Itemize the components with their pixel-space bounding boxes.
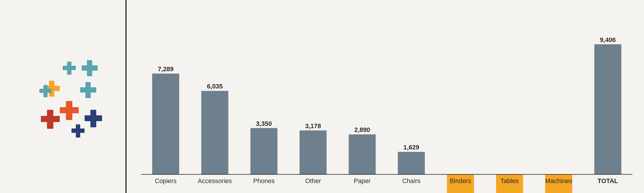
bar-other [300,131,327,175]
bar-label-paper: Paper [354,177,371,185]
logo-cross-c5 [39,85,52,97]
bar-value-copiers: 7,289 [158,65,174,73]
logo [22,56,104,138]
bar-value-other: 3,178 [305,122,321,130]
bar-value-accessories: 6,035 [207,83,223,90]
bar-label-binders: Binders [450,177,471,185]
bar-label-other: Other [305,177,321,185]
bar-paper [349,134,376,174]
chart-panel: 7,289Copiers6,035Accessories3,350Phones3… [127,0,644,193]
bar-value-paper: 2,890 [354,126,370,133]
bar-label-total: TOTAL [598,177,618,185]
bar-total [594,44,622,175]
bar-label-accessories: Accessories [198,177,232,185]
bar-label-phones: Phones [253,177,275,185]
bar-label-machines: Machines [545,177,572,185]
bar-chairs [398,152,425,174]
logo-cross-c9 [71,124,85,138]
logo-cross-c6 [60,101,79,120]
bar-value-phones: 3,350 [256,120,272,127]
bar-label-tables: Tables [501,177,519,185]
bar-label-chairs: Chairs [402,177,421,185]
bar-value-chairs: 1,629 [403,144,419,151]
chart-area: 7,289Copiers6,035Accessories3,350Phones3… [138,6,635,175]
logo-cross-c2 [82,60,98,76]
bar-copiers [152,74,179,174]
bar-phones [251,128,278,175]
bar-accessories [201,91,228,174]
left-panel [0,0,125,193]
logo-cross-c1 [63,62,76,75]
waterfall-chart: 7,289Copiers6,035Accessories3,350Phones3… [138,6,635,193]
logo-cross-c7 [41,110,60,129]
logo-cross-c8 [85,110,102,127]
bar-value-total: 9,406 [600,36,616,44]
bar-label-copiers: Copiers [155,177,177,185]
logo-cross-c4 [80,82,96,98]
